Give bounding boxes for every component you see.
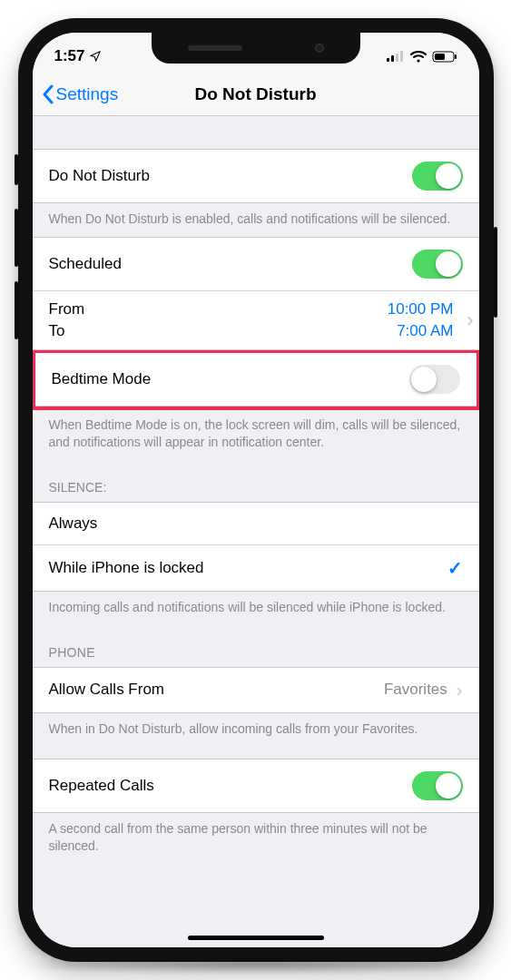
svg-rect-1 [391, 55, 394, 62]
front-camera [315, 44, 324, 53]
allow-calls-label: Allow Calls From [49, 681, 165, 699]
allow-calls-value: Favorites [384, 681, 447, 699]
svg-rect-6 [435, 54, 445, 60]
wifi-icon [410, 51, 427, 63]
silence-header: SILENCE: [33, 460, 479, 502]
to-label: To [49, 322, 65, 340]
speaker-grille [188, 45, 242, 51]
do-not-disturb-label: Do Not Disturb [49, 167, 150, 185]
allow-calls-row[interactable]: Allow Calls From Favorites › [33, 667, 479, 713]
svg-rect-0 [387, 58, 389, 62]
status-time: 1:57 [54, 47, 85, 65]
cellular-signal-icon [387, 51, 405, 62]
silence-always-row[interactable]: Always [33, 502, 479, 544]
navigation-bar: Settings Do Not Disturb [33, 73, 479, 116]
chevron-right-icon: › [457, 680, 463, 701]
silence-locked-row[interactable]: While iPhone is locked ✓ [33, 544, 479, 592]
home-indicator[interactable] [188, 936, 324, 940]
settings-content[interactable]: Do Not Disturb When Do Not Disturb is en… [33, 116, 479, 947]
bedtime-mode-row[interactable]: Bedtime Mode [35, 353, 477, 407]
schedule-times-row[interactable]: From 10:00 PM To 7:00 AM › [33, 290, 479, 350]
checkmark-icon: ✓ [447, 557, 463, 579]
volume-up-button [15, 209, 18, 267]
bedtime-highlight: Bedtime Mode [33, 349, 479, 410]
back-label: Settings [56, 84, 119, 104]
svg-rect-7 [455, 54, 457, 59]
do-not-disturb-row[interactable]: Do Not Disturb [33, 149, 479, 203]
silence-always-label: Always [49, 514, 98, 533]
bedtime-mode-label: Bedtime Mode [52, 370, 152, 388]
from-label: From [49, 300, 85, 318]
volume-down-button [15, 281, 18, 339]
screen: 1:57 [33, 33, 479, 947]
scheduled-toggle[interactable] [412, 250, 463, 279]
repeated-calls-row[interactable]: Repeated Calls [33, 759, 479, 813]
to-value: 7:00 AM [372, 322, 463, 340]
repeated-calls-footer: A second call from the same person withi… [33, 813, 479, 873]
bedtime-mode-footer: When Bedtime Mode is on, the lock screen… [33, 409, 479, 460]
svg-point-4 [417, 59, 419, 62]
do-not-disturb-toggle[interactable] [412, 162, 463, 191]
repeated-calls-label: Repeated Calls [49, 777, 154, 795]
phone-header: PHONE [33, 625, 479, 667]
scheduled-label: Scheduled [49, 255, 122, 273]
do-not-disturb-footer: When Do Not Disturb is enabled, calls an… [33, 203, 479, 237]
bedtime-mode-toggle[interactable] [409, 365, 460, 394]
notch [152, 33, 360, 64]
back-button[interactable]: Settings [42, 84, 119, 104]
svg-rect-3 [400, 51, 403, 62]
mute-switch [15, 154, 18, 185]
allow-calls-footer: When in Do Not Disturb, allow incoming c… [33, 713, 479, 747]
silence-locked-label: While iPhone is locked [49, 559, 204, 577]
chevron-left-icon [42, 84, 54, 104]
phone-frame: 1:57 [18, 18, 494, 962]
scheduled-row[interactable]: Scheduled [33, 237, 479, 290]
chevron-right-icon: › [467, 309, 473, 332]
svg-rect-2 [396, 54, 398, 62]
location-icon [89, 50, 102, 63]
from-value: 10:00 PM [372, 300, 463, 318]
battery-icon [432, 51, 457, 63]
repeated-calls-toggle[interactable] [412, 771, 463, 800]
power-button [494, 227, 497, 318]
silence-footer: Incoming calls and notifications will be… [33, 592, 479, 625]
